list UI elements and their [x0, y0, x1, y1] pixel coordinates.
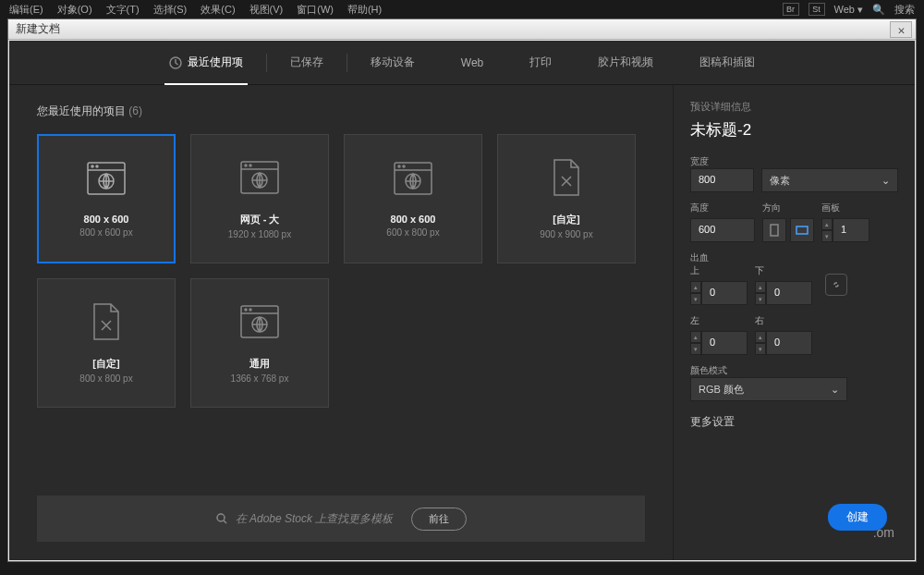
category-tabs: 最近使用项 已保存 移动设备 Web 打印 胶片和视频 图稿和插图	[9, 41, 915, 85]
clock-icon	[169, 56, 182, 69]
stock-go-button[interactable]: 前往	[411, 508, 467, 531]
bleed-left-input[interactable]: 0	[701, 331, 748, 355]
stock-search-input[interactable]: 在 Adobe Stock 上查找更多模板	[215, 511, 394, 527]
svg-point-21	[217, 514, 225, 521]
preset-title: 800 x 600	[391, 214, 436, 225]
svg-point-19	[249, 309, 251, 311]
svg-rect-22	[771, 225, 778, 236]
menu-item[interactable]: 选择(S)	[153, 3, 188, 17]
preset-title: 通用	[249, 357, 270, 371]
menu-item[interactable]: 编辑(E)	[9, 3, 43, 17]
main-area: 您最近使用的项目 (6) 800 x 600800 x 600 px网页 - 大…	[9, 85, 915, 560]
preset-grid: 800 x 600800 x 600 px网页 - 大1920 x 1080 p…	[37, 134, 645, 408]
tab-art[interactable]: 图稿和插图	[676, 41, 778, 85]
menu-item[interactable]: 窗口(W)	[297, 3, 334, 17]
search-icon[interactable]: 🔍	[872, 4, 885, 16]
presets-pane: 您最近使用的项目 (6) 800 x 600800 x 600 px网页 - 大…	[9, 85, 673, 560]
orientation-portrait-button[interactable]	[762, 218, 786, 242]
preset-dimensions: 800 x 800 px	[79, 373, 132, 384]
app-top-right: Br St Web ▾ 🔍 搜索	[783, 0, 915, 18]
file-icon	[84, 303, 128, 340]
new-document-dialog: 新建文档 ⨉ 最近使用项 已保存 移动设备 Web 打印 胶片和视频 图稿和插图…	[7, 18, 917, 562]
orientation-landscape-button[interactable]	[790, 218, 814, 242]
svg-point-18	[245, 309, 247, 311]
menu-item[interactable]: 对象(O)	[57, 3, 92, 17]
menu-item[interactable]: 帮助(H)	[347, 3, 382, 17]
tab-print[interactable]: 打印	[506, 41, 575, 85]
preset-dimensions: 800 x 600 px	[79, 227, 132, 238]
unit-select[interactable]: 像素⌄	[761, 168, 898, 192]
workspace-selector[interactable]: Web ▾	[834, 4, 863, 16]
tab-web[interactable]: Web	[438, 41, 506, 85]
preset-title: [自定]	[553, 213, 579, 226]
svg-point-3	[91, 165, 93, 167]
web-icon	[84, 160, 128, 197]
preset-card[interactable]: [自定]800 x 800 px	[37, 278, 176, 408]
web-icon	[237, 303, 282, 340]
dialog-content: 最近使用项 已保存 移动设备 Web 打印 胶片和视频 图稿和插图 您最近使用的…	[9, 41, 915, 560]
document-title[interactable]: 未标题-2	[690, 119, 898, 141]
width-input[interactable]: 800	[690, 168, 754, 192]
artboard-down[interactable]: ▾	[821, 230, 833, 242]
search-label: 搜索	[894, 3, 915, 17]
tab-film[interactable]: 胶片和视频	[575, 41, 676, 85]
chevron-down-icon: ⌄	[881, 175, 890, 187]
tab-mobile[interactable]: 移动设备	[347, 41, 438, 85]
web-icon	[391, 160, 435, 197]
details-header: 预设详细信息	[690, 100, 898, 114]
tab-label: 最近使用项	[188, 55, 243, 70]
artboard-input[interactable]: 1	[833, 218, 869, 242]
preset-details-pane: 预设详细信息 未标题-2 宽度 800 像素⌄ 高度 600 方向	[673, 85, 915, 560]
more-settings-button[interactable]: 更多设置	[690, 414, 898, 430]
height-input[interactable]: 600	[690, 218, 755, 242]
preset-card[interactable]: 800 x 600800 x 600 px	[37, 134, 176, 263]
preset-card[interactable]: 通用1366 x 768 px	[190, 278, 329, 408]
close-button[interactable]: ⨉	[890, 21, 912, 38]
preset-card[interactable]: 网页 - 大1920 x 1080 px	[190, 134, 329, 263]
dialog-titlebar: 新建文档	[8, 19, 916, 40]
svg-point-13	[398, 165, 400, 167]
dialog-title: 新建文档	[16, 21, 60, 37]
preset-dimensions: 900 x 900 px	[540, 229, 592, 239]
preset-dimensions: 1920 x 1080 px	[228, 229, 291, 239]
preset-title: [自定]	[92, 357, 119, 371]
web-icon	[237, 159, 282, 196]
preset-dimensions: 1366 x 768 px	[231, 373, 289, 384]
menu-item[interactable]: 视图(V)	[249, 3, 284, 17]
menu-item[interactable]: 效果(C)	[201, 3, 235, 17]
recent-heading: 您最近使用的项目 (6)	[37, 104, 645, 119]
bridge-button[interactable]: Br	[783, 3, 799, 16]
svg-point-9	[249, 165, 251, 166]
preset-title: 网页 - 大	[240, 213, 280, 226]
preset-dimensions: 600 x 800 px	[386, 227, 439, 238]
stock-button[interactable]: St	[808, 3, 825, 16]
tab-saved[interactable]: 已保存	[267, 41, 346, 85]
color-mode-select[interactable]: RGB 颜色⌄	[690, 377, 847, 401]
bleed-right-input[interactable]: 0	[766, 331, 812, 355]
menu-item[interactable]: 文字(T)	[106, 3, 140, 17]
tab-recent[interactable]: 最近使用项	[146, 41, 266, 85]
preset-title: 800 x 600	[84, 214, 129, 225]
chevron-down-icon: ⌄	[831, 384, 839, 396]
stock-search-bar: 在 Adobe Stock 上查找更多模板 前往	[37, 495, 645, 542]
bleed-top-input[interactable]: 0	[701, 281, 748, 305]
artboard-up[interactable]: ▴	[821, 218, 833, 230]
svg-point-4	[96, 165, 98, 167]
create-button[interactable]: 创建	[828, 504, 887, 531]
preset-card[interactable]: 800 x 600600 x 800 px	[344, 134, 482, 263]
svg-point-14	[403, 165, 405, 167]
svg-point-8	[245, 165, 247, 166]
file-icon	[544, 159, 589, 196]
bleed-link-toggle[interactable]	[825, 274, 847, 296]
svg-rect-23	[796, 226, 808, 234]
bleed-bottom-input[interactable]: 0	[766, 281, 812, 305]
preset-card[interactable]: [自定]900 x 900 px	[497, 134, 636, 263]
search-icon	[215, 512, 228, 525]
